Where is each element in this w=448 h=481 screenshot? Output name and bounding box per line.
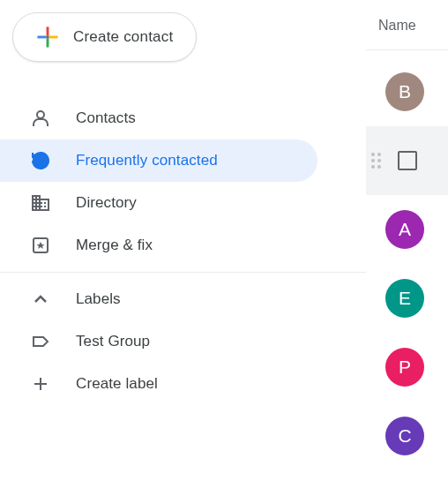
sidebar-item-directory[interactable]: Directory (0, 182, 317, 224)
avatar: E (385, 279, 424, 318)
svg-marker-7 (37, 242, 45, 249)
contact-row[interactable]: P (366, 333, 448, 402)
merge-fix-icon (30, 235, 51, 256)
svg-point-5 (37, 111, 44, 118)
building-icon (30, 192, 51, 214)
sidebar: Create contact Contacts Frequently conta… (0, 0, 366, 481)
avatar: P (385, 348, 424, 387)
svg-rect-2 (37, 36, 46, 39)
svg-rect-4 (47, 36, 49, 39)
avatar: B (385, 72, 424, 111)
column-header-name[interactable]: Name (366, 0, 448, 50)
select-checkbox[interactable] (388, 141, 427, 180)
avatar: C (385, 417, 424, 455)
avatar: A (385, 210, 424, 249)
avatar-initial: P (399, 357, 411, 378)
contact-row[interactable]: B (366, 57, 448, 126)
avatar-initial: C (398, 425, 411, 447)
create-contact-label: Create contact (73, 28, 173, 46)
main-panel: Name B A E P (366, 0, 448, 481)
nav-label: Merge & fix (76, 237, 153, 254)
avatar-initial: A (399, 219, 411, 240)
history-icon (30, 150, 51, 171)
create-contact-button[interactable]: Create contact (12, 12, 197, 62)
contact-list: B A E P C (366, 50, 448, 470)
contact-row[interactable]: C (366, 402, 448, 470)
contact-row[interactable]: E (366, 264, 448, 333)
sidebar-item-contacts[interactable]: Contacts (0, 97, 317, 139)
drag-handle-icon[interactable] (371, 153, 381, 169)
sidebar-item-create-label[interactable]: Create label (0, 363, 317, 405)
chevron-up-icon (30, 289, 51, 310)
sidebar-item-merge-fix[interactable]: Merge & fix (0, 224, 317, 267)
avatar-initial: B (399, 81, 411, 102)
svg-rect-3 (49, 36, 57, 39)
nav-label: Frequently contacted (76, 152, 218, 169)
svg-rect-1 (47, 38, 49, 47)
nav-label: Create label (76, 375, 158, 393)
label-icon (30, 331, 51, 352)
nav-label: Contacts (76, 109, 136, 127)
person-icon (30, 108, 51, 129)
plus-icon (30, 373, 51, 395)
sidebar-nav: Contacts Frequently contacted Directory (0, 97, 366, 405)
contact-row[interactable] (366, 126, 448, 195)
sidebar-item-frequently-contacted[interactable]: Frequently contacted (0, 139, 317, 182)
sidebar-item-test-group[interactable]: Test Group (0, 320, 317, 363)
contact-row[interactable]: A (366, 195, 448, 264)
nav-label: Test Group (76, 333, 150, 350)
svg-rect-0 (47, 26, 49, 35)
google-plus-icon (36, 26, 59, 49)
avatar-initial: E (399, 288, 411, 309)
sidebar-item-labels[interactable]: Labels (0, 278, 317, 320)
nav-label: Labels (76, 290, 121, 308)
nav-label: Directory (76, 194, 137, 212)
divider (0, 272, 366, 273)
